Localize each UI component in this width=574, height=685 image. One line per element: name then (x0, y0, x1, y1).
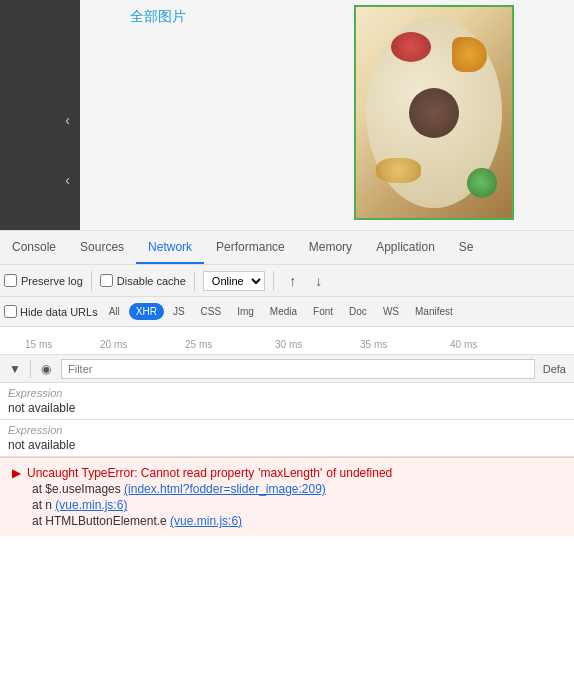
tab-security[interactable]: Se (447, 231, 486, 264)
error-main-text: Uncaught TypeError: Cannot read property (27, 466, 254, 480)
food-item-yellow (376, 158, 421, 183)
page-title-text: 全部图片 (130, 8, 186, 26)
sidebar-arrow-top[interactable]: ‹ (0, 105, 80, 135)
download-icon-btn[interactable]: ↓ (308, 270, 330, 292)
expression-label-1: Expression (8, 387, 566, 399)
timeline-tick-label-1: 15 ms (25, 339, 52, 354)
tab-application[interactable]: Application (364, 231, 447, 264)
error-rest-text: of undefined (326, 466, 392, 480)
filter-btn-img[interactable]: Img (230, 303, 261, 320)
tab-memory[interactable]: Memory (297, 231, 364, 264)
food-item-red (391, 32, 431, 62)
timeline-tick-6: 40 ms (450, 327, 477, 354)
filter-settings-icon[interactable]: ▼ (4, 358, 26, 380)
error-area: ▶ Uncaught TypeError: Cannot read proper… (0, 457, 574, 536)
devtools-tabs-bar: Console Sources Network Performance Memo… (0, 230, 574, 265)
timeline-tick-label-6: 40 ms (450, 339, 477, 354)
filter-btn-media[interactable]: Media (263, 303, 304, 320)
tab-performance[interactable]: Performance (204, 231, 297, 264)
error-stack-link-2[interactable]: (vue.min.js:6) (55, 498, 127, 512)
timeline-tick-label-2: 20 ms (100, 339, 127, 354)
tab-sources[interactable]: Sources (68, 231, 136, 264)
food-item-green (467, 168, 497, 198)
filter-btn-ws[interactable]: WS (376, 303, 406, 320)
timeline-tick-label-5: 35 ms (360, 339, 387, 354)
error-property-highlight: 'maxLength' (258, 466, 322, 480)
expression-value-2: not available (8, 438, 566, 452)
error-stack-link-1[interactable]: (index.html?fodder=slider_image:209) (124, 482, 326, 496)
error-stack-prefix-3: at HTMLButtonElement.e (32, 514, 170, 528)
expression-value-1: not available (8, 401, 566, 415)
filter-btn-font[interactable]: Font (306, 303, 340, 320)
disable-cache-group: Disable cache (100, 274, 186, 287)
filter-divider (30, 360, 31, 378)
error-triangle-icon: ▶ (12, 466, 21, 480)
expression-area-2: Expression not available (0, 420, 574, 457)
filter-type-row: Hide data URLs All XHR JS CSS Img Media … (0, 297, 574, 327)
browser-content-area: ‹ ‹ 全部图片 (0, 0, 574, 230)
food-item-orange (452, 37, 487, 72)
timeline-tick-1: 15 ms (25, 327, 52, 354)
devtools-toolbar: Preserve log Disable cache Online ↑ ↓ (0, 265, 574, 297)
filter-btn-all[interactable]: All (102, 303, 127, 320)
expression-area-1: Expression not available (0, 383, 574, 420)
filter-text-input[interactable] (61, 359, 535, 379)
error-stack-link-3[interactable]: (vue.min.js:6) (170, 514, 242, 528)
timeline-tick-label-4: 30 ms (275, 339, 302, 354)
upload-icon-btn[interactable]: ↑ (282, 270, 304, 292)
hide-data-urls-label: Hide data URLs (20, 306, 98, 318)
filter-eye-icon[interactable]: ◉ (35, 358, 57, 380)
filter-default-button[interactable]: Defa (539, 363, 570, 375)
network-throttle-select[interactable]: Online (203, 271, 265, 291)
timeline-tick-2: 20 ms (100, 327, 127, 354)
timeline-tick-3: 25 ms (185, 327, 212, 354)
expression-label-2: Expression (8, 424, 566, 436)
filter-input-row: ▼ ◉ Defa (0, 355, 574, 383)
tab-console[interactable]: Console (0, 231, 68, 264)
disable-cache-label: Disable cache (117, 275, 186, 287)
food-item-dark (409, 88, 459, 138)
filter-btn-css[interactable]: CSS (194, 303, 229, 320)
toolbar-divider-3 (273, 271, 274, 291)
tab-network[interactable]: Network (136, 231, 204, 264)
error-stack-prefix-2: at n (32, 498, 55, 512)
toolbar-divider-2 (194, 271, 195, 291)
error-stack-prefix-1: at $e.useImages (32, 482, 124, 496)
filter-btn-doc[interactable]: Doc (342, 303, 374, 320)
timeline-tick-4: 30 ms (275, 327, 302, 354)
hide-data-urls-checkbox[interactable] (4, 305, 17, 318)
timeline-tick-label-3: 25 ms (185, 339, 212, 354)
preserve-log-label: Preserve log (21, 275, 83, 287)
preserve-log-group: Preserve log (4, 274, 83, 287)
toolbar-divider-1 (91, 271, 92, 291)
filter-btn-xhr[interactable]: XHR (129, 303, 164, 320)
error-stack-line-3: at HTMLButtonElement.e (vue.min.js:6) (12, 514, 562, 528)
timeline-bar: 15 ms 20 ms 25 ms 30 ms 35 ms 40 ms (0, 327, 574, 355)
error-main-line: ▶ Uncaught TypeError: Cannot read proper… (12, 466, 562, 480)
error-stack-line-1: at $e.useImages (index.html?fodder=slide… (12, 482, 562, 496)
food-image (356, 7, 512, 218)
image-container (354, 5, 514, 220)
filter-type-buttons: All XHR JS CSS Img Media Font Doc WS Man… (102, 303, 460, 320)
preserve-log-checkbox[interactable] (4, 274, 17, 287)
hide-data-urls-group: Hide data URLs (4, 305, 98, 318)
filter-btn-js[interactable]: JS (166, 303, 192, 320)
sidebar-left: ‹ ‹ (0, 0, 80, 230)
sidebar-arrow-bottom[interactable]: ‹ (0, 165, 80, 195)
error-stack-line-2: at n (vue.min.js:6) (12, 498, 562, 512)
filter-btn-manifest[interactable]: Manifest (408, 303, 460, 320)
timeline-tick-5: 35 ms (360, 327, 387, 354)
disable-cache-checkbox[interactable] (100, 274, 113, 287)
